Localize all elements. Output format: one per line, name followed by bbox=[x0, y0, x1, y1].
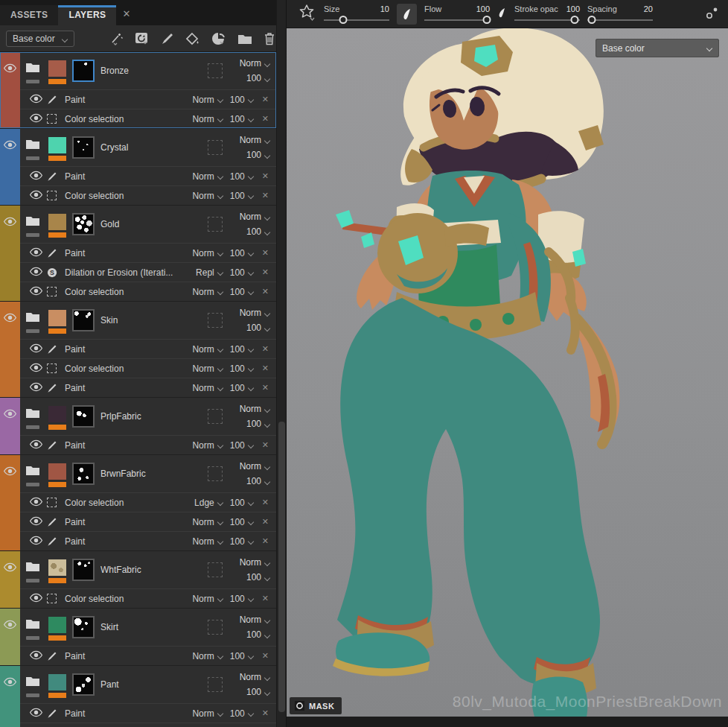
layer-blend-dropdown[interactable]: Norm bbox=[240, 461, 270, 472]
visibility-eye-icon[interactable] bbox=[3, 63, 17, 128]
effect-opacity-dropdown[interactable]: 100 bbox=[230, 517, 254, 527]
viewport-channel-dropdown[interactable]: Base color bbox=[596, 39, 719, 57]
effect-opacity-dropdown[interactable]: 100 bbox=[230, 267, 254, 278]
material-slot[interactable] bbox=[208, 217, 223, 232]
folder-icon[interactable] bbox=[25, 676, 40, 690]
remove-effect-icon[interactable]: ✕ bbox=[261, 708, 276, 718]
layer-blend-dropdown[interactable]: Norm bbox=[240, 672, 270, 682]
layer-mask-thumbnail[interactable] bbox=[72, 463, 95, 485]
layer-color-swatch[interactable] bbox=[48, 310, 66, 326]
layer-group[interactable]: Crystal Norm 100 Paint Norm 100 ✕ Color … bbox=[0, 129, 276, 205]
layer-effect-row[interactable]: Color selection Norm 100 ✕ bbox=[20, 282, 276, 301]
layer-group[interactable]: Bronze Norm 100 Paint Norm 100 ✕ Color s… bbox=[0, 52, 276, 128]
layer-effect-row[interactable]: Color selection Norm 100 ✕ bbox=[20, 185, 276, 205]
folder-icon[interactable] bbox=[25, 618, 40, 632]
visibility-eye-icon[interactable] bbox=[29, 708, 47, 720]
layer-color-swatch[interactable] bbox=[48, 559, 66, 576]
layer-mask-thumbnail[interactable] bbox=[72, 673, 95, 696]
visibility-eye-icon[interactable] bbox=[29, 247, 47, 259]
effect-opacity-dropdown[interactable]: 100 bbox=[230, 651, 254, 661]
layer-effect-row[interactable]: Color selection Ldge 100 ✕ bbox=[20, 492, 276, 512]
effect-opacity-dropdown[interactable]: 100 bbox=[230, 536, 254, 547]
layer-effect-row[interactable]: Paint Norm 100 ✕ bbox=[20, 243, 276, 262]
visibility-eye-icon[interactable] bbox=[29, 650, 47, 662]
layer-mask-thumbnail[interactable] bbox=[72, 60, 95, 82]
layer-color-swatch[interactable] bbox=[48, 674, 66, 691]
visibility-eye-icon[interactable] bbox=[29, 190, 47, 202]
remove-effect-icon[interactable]: ✕ bbox=[261, 287, 276, 296]
layer-effect-row[interactable]: Paint Norm 100 ✕ bbox=[20, 703, 276, 723]
visibility-eye-icon[interactable] bbox=[3, 466, 17, 550]
remove-effect-icon[interactable]: ✕ bbox=[261, 344, 276, 354]
tab-layers[interactable]: LAYERS bbox=[58, 5, 116, 25]
layer-name[interactable]: BrwnFabric bbox=[100, 469, 208, 479]
layer-header[interactable]: Crystal Norm 100 bbox=[20, 129, 276, 166]
effect-opacity-dropdown[interactable]: 100 bbox=[230, 344, 254, 355]
layer-opacity-dropdown[interactable]: 100 bbox=[246, 226, 270, 237]
effect-blend-dropdown[interactable]: Norm bbox=[192, 594, 223, 604]
effect-opacity-dropdown[interactable]: 100 bbox=[230, 114, 254, 124]
fill-bucket-icon[interactable] bbox=[185, 32, 200, 45]
size-slider-knob[interactable] bbox=[339, 16, 348, 24]
effect-opacity-dropdown[interactable]: 100 bbox=[230, 287, 254, 297]
layer-name[interactable]: Crystal bbox=[100, 142, 208, 153]
layer-group[interactable]: Gold Norm 100 Paint Norm 100 ✕ S Dilatio… bbox=[0, 206, 276, 301]
brush-preview-button[interactable] bbox=[397, 4, 417, 25]
visibility-eye-icon[interactable] bbox=[29, 516, 47, 528]
layer-opacity-dropdown[interactable]: 100 bbox=[246, 572, 270, 582]
remove-effect-icon[interactable]: ✕ bbox=[261, 114, 276, 124]
layer-color-swatch[interactable] bbox=[48, 60, 66, 77]
layer-color-swatch[interactable] bbox=[48, 617, 66, 633]
layer-color-swatch[interactable] bbox=[48, 463, 66, 480]
layer-name[interactable]: Gold bbox=[100, 219, 208, 229]
layer-opacity-dropdown[interactable]: 100 bbox=[246, 629, 270, 640]
visibility-eye-icon[interactable] bbox=[3, 216, 17, 301]
layer-blend-dropdown[interactable]: Norm bbox=[240, 308, 270, 318]
layer-header[interactable]: Skirt Norm 100 bbox=[20, 609, 276, 646]
effect-blend-dropdown[interactable]: Norm bbox=[192, 651, 223, 661]
effect-blend-dropdown[interactable]: Norm bbox=[192, 517, 223, 527]
remove-effect-icon[interactable]: ✕ bbox=[261, 594, 276, 603]
material-slot[interactable] bbox=[208, 620, 223, 635]
effect-opacity-dropdown[interactable]: 100 bbox=[230, 248, 254, 258]
layer-header[interactable]: Skin Norm 100 bbox=[20, 302, 276, 339]
visibility-eye-icon[interactable] bbox=[29, 267, 47, 279]
effect-blend-dropdown[interactable]: Ldge bbox=[194, 498, 223, 508]
effect-blend-dropdown[interactable]: Norm bbox=[192, 383, 223, 393]
folder-icon[interactable] bbox=[25, 62, 40, 76]
visibility-eye-icon[interactable] bbox=[3, 676, 17, 727]
material-slot[interactable] bbox=[208, 140, 223, 155]
layer-effect-row[interactable]: Color selection Norm 100 ✕ bbox=[20, 588, 276, 608]
layer-blend-dropdown[interactable]: Norm bbox=[240, 135, 270, 145]
layer-group[interactable]: BrwnFabric Norm 100 Color selection Ldge… bbox=[0, 455, 276, 550]
layer-effect-row[interactable]: Paint Norm 100 ✕ bbox=[20, 512, 276, 531]
magic-wand-icon[interactable] bbox=[109, 32, 124, 45]
visibility-eye-icon[interactable] bbox=[29, 94, 47, 106]
visibility-eye-icon[interactable] bbox=[29, 439, 47, 451]
layer-group[interactable]: Skirt Norm 100 Paint Norm 100 ✕ bbox=[0, 609, 276, 665]
tab-close-icon[interactable]: ✕ bbox=[116, 8, 138, 25]
trash-icon[interactable] bbox=[264, 32, 275, 45]
material-slot[interactable] bbox=[208, 313, 223, 328]
effect-blend-dropdown[interactable]: Norm bbox=[192, 708, 223, 719]
layer-mask-thumbnail[interactable] bbox=[72, 309, 95, 331]
layer-name[interactable]: Skirt bbox=[100, 622, 208, 632]
layer-header[interactable]: BrwnFabric Norm 100 bbox=[20, 455, 276, 492]
layer-color-swatch[interactable] bbox=[48, 137, 66, 153]
layer-group[interactable]: Pant Norm 100 Paint Norm 100 ✕ Color sel… bbox=[0, 666, 276, 727]
material-slot[interactable] bbox=[208, 409, 223, 424]
effect-blend-dropdown[interactable]: Norm bbox=[192, 95, 223, 105]
layer-effect-row[interactable]: Paint Norm 100 ✕ bbox=[20, 89, 276, 109]
remove-effect-icon[interactable]: ✕ bbox=[261, 536, 276, 546]
layer-name[interactable]: Skin bbox=[100, 315, 208, 326]
material-slot[interactable] bbox=[208, 677, 223, 692]
layer-name[interactable]: PrlpFabric bbox=[100, 411, 208, 422]
layer-mask-thumbnail[interactable] bbox=[72, 559, 95, 581]
3d-viewport[interactable]: Base color MASK 80lv_Mutoda_MoonPriestBr… bbox=[287, 28, 728, 717]
layer-group[interactable]: Skin Norm 100 Paint Norm 100 ✕ Color sel… bbox=[0, 302, 276, 397]
layer-color-swatch[interactable] bbox=[48, 406, 66, 422]
layer-opacity-dropdown[interactable]: 100 bbox=[246, 687, 270, 697]
layers-scrollbar[interactable] bbox=[276, 0, 286, 727]
add-folder-icon[interactable] bbox=[237, 33, 252, 45]
layer-mask-thumbnail[interactable] bbox=[72, 213, 95, 235]
